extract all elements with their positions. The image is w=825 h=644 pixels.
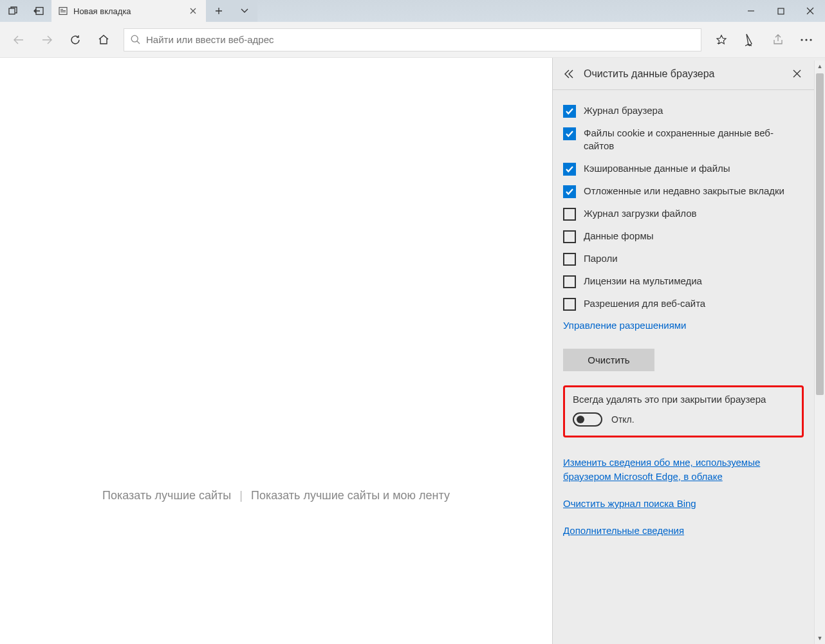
- option-label: Журнал браузера: [584, 104, 663, 117]
- checkbox-unchecked-icon[interactable]: [563, 208, 576, 221]
- scroll-up-icon[interactable]: ▲: [815, 60, 825, 72]
- svg-rect-4: [60, 10, 66, 11]
- learn-more-link[interactable]: Дополнительные сведения: [563, 524, 684, 538]
- always-clear-section: Всегда удалять это при закрытии браузера…: [563, 385, 804, 437]
- option-label: Лицензии на мультимедиа: [584, 275, 702, 288]
- address-input[interactable]: [146, 34, 701, 45]
- svg-point-9: [805, 39, 807, 41]
- share-button[interactable]: [765, 27, 792, 53]
- clear-data-pane: Очистить данные браузера Журнал браузера…: [552, 58, 825, 644]
- show-top-sites-and-feed-link[interactable]: Показать лучшие сайты и мою ленту: [251, 489, 450, 502]
- checkbox-checked-icon[interactable]: [563, 127, 576, 140]
- checkbox-checked-icon[interactable]: [563, 105, 576, 118]
- page-content: Показать лучшие сайты | Показать лучшие …: [0, 58, 552, 644]
- address-bar[interactable]: [124, 28, 701, 51]
- clear-data-option[interactable]: Разрешения для веб-сайта: [563, 297, 804, 311]
- option-label: Отложенные или недавно закрытые вкладки: [584, 185, 784, 198]
- pane-header: Очистить данные браузера: [553, 58, 814, 90]
- svg-rect-5: [60, 12, 66, 12]
- clear-data-option[interactable]: Журнал браузера: [563, 104, 804, 118]
- option-label: Кэшированные данные и файлы: [584, 162, 730, 175]
- body: Показать лучшие сайты | Показать лучшие …: [0, 58, 825, 644]
- always-clear-label: Всегда удалять это при закрытии браузера: [573, 394, 794, 405]
- option-label: Разрешения для веб-сайта: [584, 297, 705, 310]
- cloud-info-link[interactable]: Изменить сведения обо мне, используемые …: [563, 455, 804, 484]
- clear-data-option[interactable]: Файлы cookie и сохраненные данные веб-са…: [563, 127, 804, 153]
- minimize-button[interactable]: [736, 0, 766, 22]
- browser-tab[interactable]: Новая вкладка: [51, 0, 206, 22]
- more-links: Изменить сведения обо мне, используемые …: [563, 452, 804, 541]
- search-icon: [124, 35, 146, 44]
- close-window-button[interactable]: [795, 0, 825, 22]
- tab-actions-button[interactable]: [0, 0, 26, 22]
- pane-title: Очистить данные браузера: [580, 68, 786, 80]
- clear-data-option[interactable]: Отложенные или недавно закрытые вкладки: [563, 185, 804, 198]
- more-button[interactable]: [793, 27, 820, 53]
- pane-back-button[interactable]: [558, 69, 580, 78]
- toggle-state-label: Откл.: [611, 414, 635, 425]
- svg-rect-6: [778, 8, 784, 14]
- separator: |: [239, 489, 243, 502]
- pane-scrollbar[interactable]: ▲ ▼: [814, 60, 825, 644]
- toolbar: [0, 22, 825, 58]
- maximize-button[interactable]: [766, 0, 795, 22]
- svg-rect-0: [9, 8, 15, 14]
- svg-point-10: [810, 39, 811, 41]
- bing-history-link[interactable]: Очистить журнал поиска Bing: [563, 497, 696, 511]
- scroll-down-icon[interactable]: ▼: [815, 632, 825, 644]
- always-clear-toggle[interactable]: [573, 412, 602, 427]
- refresh-button[interactable]: [62, 27, 89, 53]
- clear-data-option[interactable]: Лицензии на мультимедиа: [563, 275, 804, 288]
- home-button[interactable]: [90, 27, 117, 53]
- tab-close-button[interactable]: [188, 6, 198, 16]
- tab-preview-button[interactable]: [232, 0, 257, 22]
- clear-data-option[interactable]: Данные формы: [563, 230, 804, 243]
- clear-data-option[interactable]: Пароли: [563, 252, 804, 266]
- option-label: Данные формы: [584, 230, 653, 243]
- favorites-button[interactable]: [708, 27, 735, 53]
- new-tab-options: Показать лучшие сайты | Показать лучшие …: [0, 489, 552, 502]
- new-tab-button[interactable]: [206, 0, 232, 22]
- svg-point-8: [801, 39, 802, 41]
- checkbox-checked-icon[interactable]: [563, 163, 576, 176]
- tab-page-icon: [58, 6, 68, 16]
- option-label: Файлы cookie и сохраненные данные веб-са…: [584, 127, 804, 153]
- option-label: Журнал загрузки файлов: [584, 207, 697, 220]
- titlebar-drag-area[interactable]: [257, 0, 736, 22]
- option-label: Пароли: [584, 252, 618, 265]
- titlebar: Новая вкладка: [0, 0, 825, 22]
- clear-button[interactable]: Очистить: [563, 349, 654, 371]
- pane-close-button[interactable]: [786, 69, 808, 78]
- clear-data-option[interactable]: Кэшированные данные и файлы: [563, 162, 804, 176]
- checkbox-checked-icon[interactable]: [563, 185, 576, 198]
- forward-button[interactable]: [33, 27, 60, 53]
- clear-data-option[interactable]: Журнал загрузки файлов: [563, 207, 804, 221]
- svg-rect-3: [60, 9, 63, 10]
- show-top-sites-link[interactable]: Показать лучшие сайты: [102, 489, 231, 502]
- tab-title: Новая вкладка: [73, 6, 183, 16]
- notes-button[interactable]: [736, 27, 763, 53]
- pane-body: Журнал браузераФайлы cookie и сохраненны…: [553, 90, 814, 554]
- checkbox-unchecked-icon[interactable]: [563, 230, 576, 243]
- back-button[interactable]: [5, 27, 32, 53]
- window-controls: [736, 0, 825, 22]
- set-aside-tabs-button[interactable]: [26, 0, 51, 22]
- checkbox-unchecked-icon[interactable]: [563, 275, 576, 288]
- checkbox-unchecked-icon[interactable]: [563, 253, 576, 266]
- scroll-thumb[interactable]: [816, 73, 824, 395]
- checkbox-unchecked-icon[interactable]: [563, 298, 576, 311]
- svg-point-7: [131, 35, 138, 42]
- manage-permissions-link[interactable]: Управление разрешениями: [563, 318, 686, 333]
